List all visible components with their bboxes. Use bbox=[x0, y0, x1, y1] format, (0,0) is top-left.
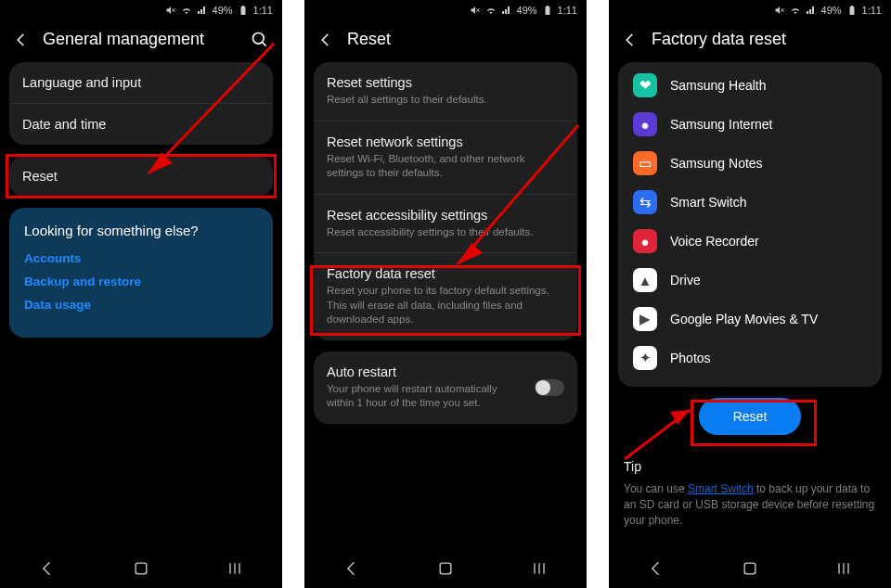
signal-icon bbox=[197, 5, 208, 16]
app-row: ▭Samsung Notes bbox=[618, 144, 882, 183]
app-row: ●Samsung Internet bbox=[618, 105, 882, 144]
mute-icon bbox=[774, 5, 785, 16]
app-row: ▲Drive bbox=[618, 261, 882, 300]
app-label: Photos bbox=[670, 351, 711, 365]
app-label: Samsung Notes bbox=[670, 156, 763, 171]
mute-icon bbox=[470, 5, 481, 16]
nav-home-icon[interactable] bbox=[741, 559, 759, 578]
item-auto-restart[interactable]: Auto restart Your phone will restart aut… bbox=[314, 352, 577, 424]
smart-switch-link[interactable]: Smart Switch bbox=[688, 482, 754, 495]
app-row: ✦Photos bbox=[618, 339, 882, 377]
item-reset-settings[interactable]: Reset settings Reset all settings to the… bbox=[314, 62, 577, 121]
help-link-backup[interactable]: Backup and restore bbox=[24, 275, 258, 288]
help-card: Looking for something else? Accounts Bac… bbox=[9, 208, 273, 338]
auto-restart-card: Auto restart Your phone will restart aut… bbox=[314, 352, 577, 424]
tip-text-part: You can use bbox=[624, 482, 688, 495]
tip-title: Tip bbox=[624, 459, 876, 474]
back-icon[interactable] bbox=[622, 32, 639, 48]
app-label: Samsung Internet bbox=[670, 117, 773, 132]
app-row: ▶Google Play Movies & TV bbox=[618, 300, 882, 339]
battery-icon bbox=[542, 5, 553, 16]
nav-bar bbox=[304, 549, 587, 588]
app-label: Voice Recorder bbox=[670, 234, 759, 249]
back-icon[interactable] bbox=[317, 32, 334, 48]
item-subtitle: Reset accessibility settings to their de… bbox=[327, 225, 564, 240]
battery-pct: 49% bbox=[213, 5, 233, 16]
app-row: ●Voice Recorder bbox=[618, 222, 882, 261]
app-label: Drive bbox=[670, 273, 701, 288]
reset-button[interactable]: Reset bbox=[699, 398, 801, 435]
item-subtitle: Reset all settings to their defaults. bbox=[327, 93, 564, 108]
app-icon: ⇆ bbox=[633, 190, 657, 214]
clock: 1:11 bbox=[253, 5, 273, 16]
item-subtitle: Reset Wi-Fi, Bluetooth, and other networ… bbox=[327, 152, 564, 181]
item-title: Reset accessibility settings bbox=[327, 208, 564, 223]
auto-restart-toggle[interactable] bbox=[535, 379, 564, 396]
item-factory-reset[interactable]: Factory data reset Reset your phone to i… bbox=[314, 252, 577, 340]
item-reset-network[interactable]: Reset network settings Reset Wi-Fi, Blue… bbox=[314, 121, 577, 194]
status-bar: 49% 1:11 bbox=[609, 0, 891, 20]
status-bar: 49% 1:11 bbox=[0, 0, 282, 20]
page-title: Reset bbox=[347, 30, 391, 49]
item-date-time[interactable]: Date and time bbox=[9, 103, 273, 145]
nav-back-icon[interactable] bbox=[647, 559, 665, 578]
page-header: Reset bbox=[304, 20, 587, 62]
clock: 1:11 bbox=[862, 5, 882, 16]
mute-icon bbox=[165, 5, 176, 16]
nav-recent-icon[interactable] bbox=[834, 559, 853, 578]
tip-text: You can use Smart Switch to back up your… bbox=[624, 481, 876, 528]
app-list-card: ❤Samsung Health●Samsung Internet▭Samsung… bbox=[618, 62, 882, 387]
nav-home-icon[interactable] bbox=[132, 559, 150, 578]
svg-line-1 bbox=[263, 42, 266, 45]
item-title: Auto restart bbox=[327, 364, 525, 379]
app-label: Samsung Health bbox=[670, 78, 767, 93]
reset-card: Reset bbox=[9, 156, 273, 197]
item-subtitle: Reset your phone to its factory default … bbox=[327, 284, 564, 327]
help-link-accounts[interactable]: Accounts bbox=[24, 251, 258, 265]
svg-point-0 bbox=[253, 32, 265, 44]
item-title: Factory data reset bbox=[327, 266, 564, 281]
battery-pct: 49% bbox=[821, 5, 842, 16]
help-link-data[interactable]: Data usage bbox=[24, 298, 258, 312]
battery-pct: 49% bbox=[517, 5, 537, 16]
svg-rect-16 bbox=[744, 563, 755, 574]
battery-icon bbox=[238, 5, 249, 16]
app-label: Google Play Movies & TV bbox=[670, 312, 818, 326]
item-title: Reset network settings bbox=[327, 134, 564, 149]
page-header: Factory data reset bbox=[609, 20, 891, 62]
nav-home-icon[interactable] bbox=[436, 559, 455, 578]
back-icon[interactable] bbox=[13, 32, 30, 48]
signal-icon bbox=[501, 5, 512, 16]
app-label: Smart Switch bbox=[670, 195, 746, 210]
wifi-icon bbox=[181, 5, 192, 16]
status-bar: 49% 1:11 bbox=[304, 0, 587, 20]
app-row: ⇆Smart Switch bbox=[618, 183, 882, 222]
clock: 1:11 bbox=[558, 5, 577, 16]
page-title: General management bbox=[43, 30, 204, 49]
app-row: ❤Samsung Health bbox=[618, 66, 882, 105]
app-icon: ▲ bbox=[633, 268, 657, 292]
screen-general-management: 49% 1:11 General management Language and… bbox=[0, 0, 282, 588]
app-icon: ● bbox=[633, 112, 657, 136]
nav-back-icon[interactable] bbox=[38, 559, 57, 578]
app-icon: ▭ bbox=[633, 151, 657, 175]
app-icon: ▶ bbox=[633, 307, 657, 331]
signal-icon bbox=[806, 5, 817, 16]
wifi-icon bbox=[790, 5, 801, 16]
nav-recent-icon[interactable] bbox=[226, 559, 244, 578]
nav-back-icon[interactable] bbox=[342, 559, 361, 578]
item-reset-accessibility[interactable]: Reset accessibility settings Reset acces… bbox=[314, 194, 577, 253]
item-language-input[interactable]: Language and input bbox=[9, 62, 273, 103]
wifi-icon bbox=[485, 5, 497, 16]
nav-bar bbox=[0, 549, 282, 588]
search-icon[interactable] bbox=[251, 31, 269, 49]
item-reset[interactable]: Reset bbox=[9, 156, 273, 197]
page-header: General management bbox=[0, 20, 282, 62]
tip-section: Tip You can use Smart Switch to back up … bbox=[609, 452, 891, 528]
nav-recent-icon[interactable] bbox=[530, 559, 549, 578]
nav-bar bbox=[609, 549, 891, 588]
item-title: Reset settings bbox=[327, 75, 564, 90]
battery-icon bbox=[846, 5, 858, 16]
reset-options-card: Reset settings Reset all settings to the… bbox=[314, 62, 577, 340]
app-icon: ❤ bbox=[633, 73, 657, 97]
